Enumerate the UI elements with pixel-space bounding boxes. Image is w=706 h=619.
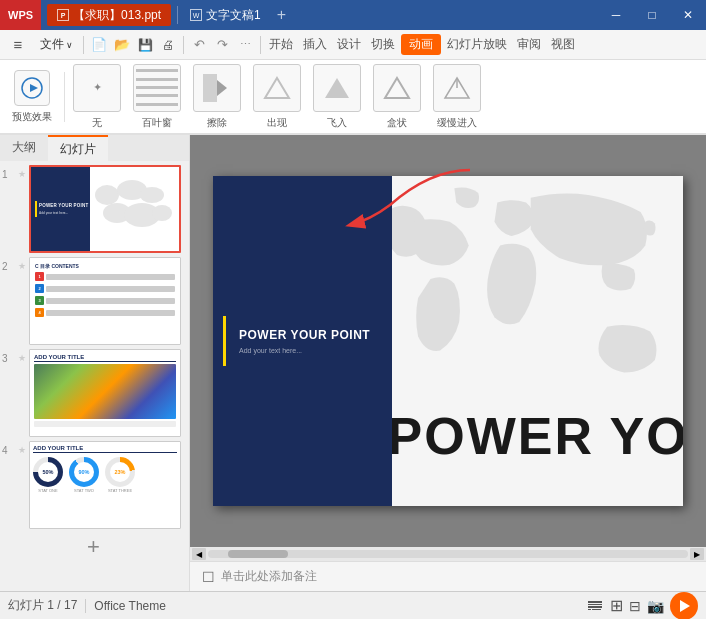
scroll-thumb[interactable] [228, 550, 288, 558]
slide-item-4[interactable]: 4 ★ ADD YOUR TITLE 50% STAT ONE [2, 441, 185, 529]
canvas-area: POWER YOUR POINT Add your text here... [190, 135, 706, 591]
slide-panel-tabs: 大纲 幻灯片 [0, 135, 189, 161]
window-controls: ─ □ ✕ [598, 0, 706, 30]
ppt-icon: P [57, 9, 69, 21]
preview-svg-icon [21, 77, 43, 99]
svg-marker-5 [325, 78, 349, 98]
file-tab[interactable]: P 【求职】013.ppt [47, 4, 171, 26]
doc-icon: W [190, 9, 202, 21]
play-icon [680, 600, 690, 612]
minimize-button[interactable]: ─ [598, 0, 634, 30]
status-bar: 幻灯片 1 / 17 Office Theme ⊞ ⊟ 📷 [0, 591, 706, 619]
status-right-controls: ⊞ ⊟ 📷 [586, 592, 698, 620]
menu-bar: ≡ 文件 ∨ 📄 📂 💾 🖨 ↶ ↷ ⋯ 开始 插入 设计 切换 动画 幻灯片放… [0, 30, 706, 60]
effect-blinds[interactable]: 百叶窗 [133, 64, 181, 130]
world-map-preview-1 [87, 175, 177, 240]
hamburger-menu-button[interactable]: ≡ [4, 33, 32, 57]
file-menu-item[interactable]: 文件 ∨ [34, 34, 79, 55]
wps-logo: WPS [0, 0, 41, 30]
effect-slow-icon [433, 64, 481, 112]
transition-tab[interactable]: 切换 [367, 36, 399, 53]
effect-appear-icon [253, 64, 301, 112]
review-tab[interactable]: 审阅 [513, 36, 545, 53]
theme-name: Office Theme [94, 599, 166, 613]
menu-sep-1 [83, 36, 84, 54]
canvas-scroll[interactable]: POWER YOUR POINT Add your text here... [190, 135, 706, 547]
svg-marker-4 [265, 78, 289, 98]
gold-bar [223, 316, 226, 366]
slide-subtitle: Add your text here... [239, 347, 370, 354]
plus-icon: + [87, 536, 100, 558]
insert-tab[interactable]: 插入 [299, 36, 331, 53]
svg-point-11 [140, 187, 164, 203]
effect-fly-in-icon [313, 64, 361, 112]
title-bar: WPS P 【求职】013.ppt W 文字文稿1 + ─ □ ✕ [0, 0, 706, 30]
start-tab[interactable]: 开始 [265, 36, 297, 53]
undo-button[interactable]: ↶ [188, 34, 210, 56]
open-button[interactable]: 📂 [111, 34, 133, 56]
new-button[interactable]: 📄 [88, 34, 110, 56]
effect-blinds-icon [133, 64, 181, 112]
big-title-text: POWER YOUR [378, 406, 684, 466]
scroll-track[interactable] [208, 550, 688, 558]
slide-thumb-1: POWER YOUR POINT Add your text here... [29, 165, 181, 253]
slides-tab[interactable]: 幻灯片 [48, 135, 108, 161]
tab-add-button[interactable]: + [277, 6, 286, 24]
menu-sep-2 [183, 36, 184, 54]
status-sep-1 [85, 599, 86, 613]
svg-point-14 [152, 205, 172, 221]
slideshow-tab[interactable]: 幻灯片放映 [443, 36, 511, 53]
close-button[interactable]: ✕ [670, 0, 706, 30]
effect-none-icon: ✦ [73, 64, 121, 112]
preview-effects-button[interactable]: 预览效果 [8, 70, 56, 124]
effect-box-icon [373, 64, 421, 112]
notes-placeholder: 单击此处添加备注 [221, 568, 317, 585]
slide-left-panel: POWER YOUR POINT Add your text here... [213, 176, 392, 506]
slide-item-2[interactable]: 2 ★ C 目录 CONTENTS 1 2 [2, 257, 185, 345]
animation-tab[interactable]: 动画 [401, 34, 441, 55]
slide-canvas[interactable]: POWER YOUR POINT Add your text here... [213, 176, 683, 506]
toolbar-buttons: 📄 📂 💾 🖨 [88, 34, 179, 56]
effect-fly-in[interactable]: 飞入 [313, 64, 361, 130]
columns-view-button[interactable]: ⊟ [629, 598, 641, 614]
slide-panel: 大纲 幻灯片 1 ★ [0, 135, 190, 591]
doc-tab[interactable]: W 文字文稿1 [178, 0, 273, 30]
effect-none[interactable]: ✦ 无 [73, 64, 121, 130]
print-button[interactable]: 🖨 [157, 34, 179, 56]
effects-bar: 预览效果 ✦ 无 百叶窗 [0, 60, 706, 135]
effect-erase[interactable]: 擦除 [193, 64, 241, 130]
design-tab[interactable]: 设计 [333, 36, 365, 53]
effect-appear[interactable]: 出现 [253, 64, 301, 130]
camera-button[interactable]: 📷 [647, 598, 664, 614]
redo-button[interactable]: ↷ [211, 34, 233, 56]
notes-bar[interactable]: ☐ 单击此处添加备注 [190, 561, 706, 591]
slide-item-1[interactable]: 1 ★ [2, 165, 185, 253]
scroll-right-button[interactable]: ▶ [690, 548, 704, 560]
view-tab[interactable]: 视图 [547, 36, 579, 53]
effects-sep [64, 72, 65, 122]
main-area: 大纲 幻灯片 1 ★ [0, 135, 706, 591]
outline-tab[interactable]: 大纲 [0, 135, 48, 161]
scroll-left-button[interactable]: ◀ [192, 548, 206, 560]
slide-thumb-2: C 目录 CONTENTS 1 2 3 [29, 257, 181, 345]
effect-box[interactable]: 盒状 [373, 64, 421, 130]
menu-sep-3 [260, 36, 261, 54]
grid-view-button[interactable]: ⊞ [610, 596, 623, 615]
slide-main-title: POWER YOUR POINT [239, 328, 370, 344]
svg-point-9 [95, 185, 119, 205]
maximize-button[interactable]: □ [634, 0, 670, 30]
save-button[interactable]: 💾 [134, 34, 156, 56]
play-button[interactable] [670, 592, 698, 620]
preview-icon [14, 70, 50, 106]
slide-item-3[interactable]: 3 ★ ADD YOUR TITLE [2, 349, 185, 437]
lines-view-button[interactable] [586, 599, 604, 612]
svg-rect-2 [203, 74, 217, 102]
add-slide-button[interactable]: + [2, 533, 185, 561]
world-map-area: POWER YOUR [378, 176, 684, 506]
horizontal-scrollbar[interactable]: ◀ ▶ [190, 547, 706, 561]
slide-list: 1 ★ [0, 161, 189, 591]
effect-slow[interactable]: 缓慢进入 [433, 64, 481, 130]
effects-list: ✦ 无 百叶窗 擦除 [73, 64, 481, 130]
svg-marker-1 [30, 84, 38, 92]
more-button[interactable]: ⋯ [234, 34, 256, 56]
